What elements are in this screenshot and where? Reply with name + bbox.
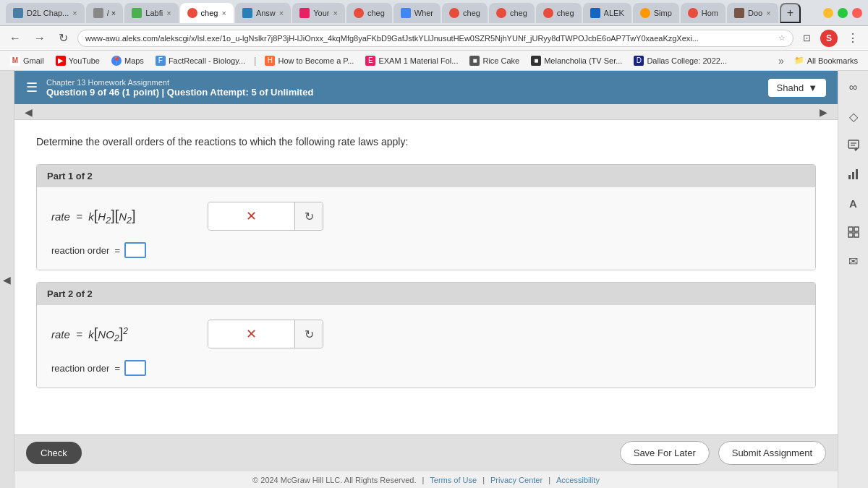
- tab-simp[interactable]: Simp: [633, 3, 679, 23]
- svg-rect-9: [854, 233, 859, 237]
- bookmark-dallas[interactable]: D Dallas College: 2022...: [629, 54, 731, 67]
- extensions-button[interactable]: ⊡: [799, 31, 814, 45]
- bookmark-factrecall[interactable]: F FactRecall - Biology...: [151, 54, 250, 67]
- tab-cheg5[interactable]: cheg: [536, 3, 582, 23]
- all-bookmarks-button[interactable]: 📁 All Bookmarks: [790, 54, 862, 67]
- diamond-icon-button[interactable]: ◇: [843, 106, 864, 127]
- part-1-reaction-order-row: reaction order =: [51, 242, 801, 258]
- copyright-text: © 2024 McGraw Hill LLC. All Rights Reser…: [252, 476, 416, 484]
- part-1-reset-button[interactable]: ↻: [295, 202, 323, 230]
- part-2-reaction-order-row: reaction order =: [51, 360, 801, 376]
- save-for-later-button[interactable]: Save For Later: [620, 441, 710, 465]
- tab-cheg2[interactable]: cheg: [346, 3, 392, 23]
- bookmarks-more-button[interactable]: »: [778, 55, 784, 67]
- factrecall-icon: F: [156, 56, 166, 66]
- tab-slash[interactable]: / ×: [86, 3, 124, 23]
- part-2-body: rate = k[NO2]2 ✕ ↻ reaction order =: [37, 305, 815, 388]
- grid-icon-button[interactable]: [843, 221, 864, 243]
- melancholia-icon: ■: [531, 56, 541, 66]
- accessibility-link[interactable]: Accessibility: [556, 476, 600, 484]
- chevron-down-icon: ▼: [808, 82, 817, 93]
- tab-your[interactable]: Your×: [292, 3, 345, 23]
- scroll-nav: ◀ ▶: [14, 104, 838, 120]
- left-scroll-area: ◀: [0, 71, 14, 488]
- prev-question-button[interactable]: ◀: [20, 105, 37, 119]
- browser-titlebar: D2L Chap...× / × Labfi× cheg× Answ× Your…: [0, 0, 868, 26]
- account-avatar[interactable]: S: [820, 30, 838, 47]
- minimize-button[interactable]: [823, 8, 833, 18]
- next-question-button[interactable]: ▶: [815, 105, 832, 119]
- part-2-answer-input-area[interactable]: ✕: [208, 320, 295, 348]
- reload-button[interactable]: ↻: [55, 30, 72, 46]
- url-text: www-awu.aleks.com/alekscgi/x/lsl.exe/1o_…: [85, 34, 774, 43]
- user-name-label: Shahd: [777, 82, 804, 93]
- svg-rect-4: [852, 172, 854, 179]
- tab-d2l[interactable]: D2L Chap...×: [6, 3, 85, 23]
- tab-cheg4[interactable]: cheg: [489, 3, 535, 23]
- main-area: ◀ ☰ Chapter 13 Homework Assignment Quest…: [0, 71, 868, 488]
- envelope-icon-button[interactable]: ✉: [843, 250, 864, 272]
- check-button[interactable]: Check: [26, 442, 82, 464]
- bookmark-ricecake[interactable]: ■ Rice Cake: [465, 54, 524, 67]
- maximize-button[interactable]: [838, 8, 848, 18]
- url-input[interactable]: www-awu.aleks.com/alekscgi/x/lsl.exe/1o_…: [77, 30, 793, 47]
- bar-chart-icon-button[interactable]: [843, 163, 864, 185]
- bottom-bar: Check Save For Later Submit Assignment: [14, 435, 838, 471]
- part-1-reaction-order-label: reaction order =: [51, 245, 120, 256]
- bookmark-howtobe[interactable]: H How to Become a P...: [260, 54, 358, 67]
- bookmark-factrecall-label: FactRecall - Biology...: [169, 56, 245, 65]
- text-size-icon-button[interactable]: A: [843, 192, 864, 214]
- submit-assignment-button[interactable]: Submit Assignment: [718, 441, 826, 465]
- hamburger-menu-button[interactable]: ☰: [26, 80, 38, 95]
- terms-of-use-link[interactable]: Terms of Use: [430, 476, 477, 484]
- part-1-incorrect-icon: ✕: [246, 208, 257, 224]
- annotation-icon-button[interactable]: [843, 134, 864, 156]
- footer-separator-3: |: [548, 476, 550, 484]
- part-2-order-input[interactable]: [124, 360, 146, 376]
- infinity-icon-button[interactable]: ∞: [843, 77, 864, 98]
- bookmark-maps[interactable]: 📍 Maps: [107, 54, 148, 67]
- tab-cheg3[interactable]: cheg: [442, 3, 488, 23]
- bookmark-exam[interactable]: E EXAM 1 Material Fol...: [361, 54, 462, 67]
- part-2-reset-button[interactable]: ↻: [295, 320, 323, 348]
- back-button[interactable]: ←: [6, 30, 25, 46]
- tab-labfi[interactable]: Labfi×: [124, 3, 178, 23]
- user-menu-button[interactable]: Shahd ▼: [768, 79, 826, 97]
- svg-rect-6: [848, 227, 853, 231]
- page-content: ☰ Chapter 13 Homework Assignment Questio…: [14, 71, 838, 488]
- bookmark-star-icon[interactable]: ☆: [778, 33, 786, 43]
- privacy-center-link[interactable]: Privacy Center: [490, 476, 542, 484]
- forward-button[interactable]: →: [30, 30, 49, 46]
- part-1-answer-input-area[interactable]: ✕: [208, 202, 295, 230]
- svg-rect-5: [856, 169, 858, 179]
- tab-hom[interactable]: Hom: [681, 3, 726, 23]
- bookmark-dallas-label: Dallas College: 2022...: [647, 56, 727, 65]
- bookmark-ricecake-label: Rice Cake: [482, 56, 519, 65]
- tab-wher[interactable]: Wher: [393, 3, 441, 23]
- tab-cheg-active[interactable]: cheg×: [180, 3, 234, 23]
- part-2-incorrect-icon: ✕: [246, 326, 257, 342]
- left-scroll-arrow[interactable]: ◀: [0, 273, 15, 287]
- part-1-answer-box: ✕ ↻: [208, 202, 323, 231]
- part-1-order-input[interactable]: [124, 242, 146, 258]
- bookmark-gmail[interactable]: M Gmail: [6, 54, 48, 67]
- part-2-rate-row: rate = k[NO2]2 ✕ ↻: [51, 320, 801, 348]
- maps-icon: 📍: [111, 56, 122, 66]
- close-button[interactable]: [852, 8, 862, 18]
- tab-answ[interactable]: Answ×: [235, 3, 291, 23]
- exam-icon: E: [365, 56, 375, 66]
- bookmark-melancholia-label: Melancholia (TV Ser...: [544, 56, 622, 65]
- part-2-reaction-order-label: reaction order =: [51, 363, 120, 374]
- tab-doo[interactable]: Doo×: [727, 3, 778, 23]
- bookmarks-bar: M Gmail ▶ YouTube 📍 Maps F FactRecall - …: [0, 51, 868, 71]
- gmail-icon: M: [10, 56, 20, 66]
- address-bar: ← → ↻ www-awu.aleks.com/alekscgi/x/lsl.e…: [0, 26, 868, 51]
- bookmark-melancholia[interactable]: ■ Melancholia (TV Ser...: [527, 54, 626, 67]
- bookmark-gmail-label: Gmail: [23, 56, 44, 65]
- menu-button[interactable]: ⋮: [843, 30, 862, 46]
- bookmark-youtube[interactable]: ▶ YouTube: [51, 54, 104, 67]
- tab-alek[interactable]: ALEK: [583, 3, 631, 23]
- footer: © 2024 McGraw Hill LLC. All Rights Reser…: [14, 471, 838, 488]
- window-controls: [823, 8, 862, 18]
- new-tab-button[interactable]: +: [780, 3, 801, 23]
